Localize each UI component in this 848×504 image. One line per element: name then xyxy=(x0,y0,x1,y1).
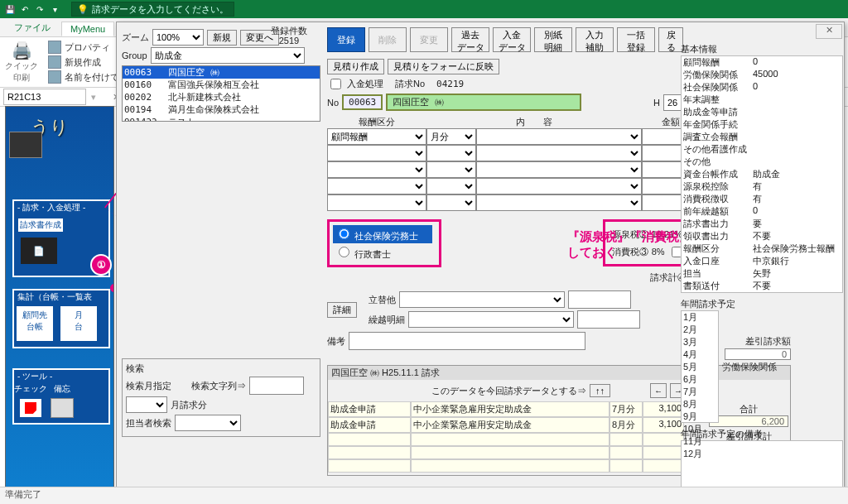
deposit-proc-checkbox[interactable] xyxy=(330,79,341,89)
quick-print-label-2: 印刷 xyxy=(13,72,30,84)
client-list[interactable]: 00063 四国圧空 ㈱ 00160 富国強兵保険相互会社 00202 北斗新建… xyxy=(122,65,320,122)
list-row[interactable]: 00063 四国圧空 ㈱ xyxy=(123,66,320,79)
anno-dot xyxy=(110,284,114,292)
radio-gyosei[interactable]: 行政書士 xyxy=(333,243,432,262)
back-button[interactable]: 戻 る xyxy=(658,27,683,52)
month-item[interactable]: 3月 xyxy=(683,336,716,348)
block-ledger: 集計（台帳・一覧表 顧問先台帳 月台 xyxy=(12,289,110,348)
row0-content-a[interactable]: 月分 xyxy=(426,128,476,145)
search-string-input[interactable] xyxy=(249,377,304,395)
zoom-select[interactable]: 100% xyxy=(152,29,204,46)
invoice-icon[interactable]: 📄 xyxy=(21,238,57,264)
invoice-create-button[interactable]: 請求書作成 xyxy=(17,218,64,233)
staff-search-select[interactable] xyxy=(175,415,241,431)
tile-memo[interactable] xyxy=(51,398,74,418)
month-item[interactable]: 6月 xyxy=(683,373,716,386)
month-item[interactable]: 1月 xyxy=(683,311,716,324)
search-month-select[interactable] xyxy=(126,396,167,413)
history-row-0: 助成金申請中小企業緊急雇用安定助成金7月分3,100 xyxy=(328,401,707,417)
tile-check[interactable] xyxy=(19,398,42,418)
tab-mymenu[interactable]: MyMenu xyxy=(61,22,114,36)
tile-check-label: チェック xyxy=(14,383,47,395)
deposit-proc-label: 入金処理 xyxy=(347,78,383,90)
info-val: 45000 xyxy=(753,69,778,81)
list-row[interactable]: 00194 満月生命保険株式会社 xyxy=(123,103,320,116)
info-val: 不要 xyxy=(753,280,771,292)
tile-month-ledger[interactable]: 月台 xyxy=(60,305,98,342)
no-code: 00063 xyxy=(342,94,383,110)
zoom-label: ズーム xyxy=(122,31,149,44)
dialog-close-button[interactable]: ✕ xyxy=(816,24,842,39)
excel-titlebar: 💾 ↶ ↷ ▾ 💡 請求データを入力してください。 xyxy=(0,0,848,18)
info-key: 前年繰越額 xyxy=(683,205,753,218)
register-button[interactable]: 登録 xyxy=(327,27,365,52)
history-prev-button[interactable]: ← xyxy=(650,383,667,398)
info-key: 資金台帳作成 xyxy=(683,168,753,180)
month-item[interactable]: 7月 xyxy=(683,386,716,398)
carry-amount[interactable] xyxy=(577,310,640,329)
info-val: 0 xyxy=(753,205,758,218)
advance-select[interactable] xyxy=(399,291,565,308)
quick-access-toolbar: 💾 ↶ ↷ ▾ xyxy=(3,2,61,16)
row0-content-b[interactable] xyxy=(476,128,642,145)
new-button[interactable]: 新規 xyxy=(207,30,237,46)
input-support-button[interactable]: 入力 補助 xyxy=(576,27,614,52)
month-item[interactable]: 9月 xyxy=(683,410,716,423)
list-row[interactable]: 991422 テスト xyxy=(123,116,320,122)
lightbulb-icon: 💡 xyxy=(77,2,89,16)
quick-print-group[interactable]: 🖨️ クイック 印刷 xyxy=(5,41,38,84)
month-item[interactable]: 5月 xyxy=(683,361,716,373)
detail-edit-button[interactable]: 詳細 xyxy=(327,302,357,318)
detail-button[interactable]: 別紙 明細 xyxy=(534,27,572,52)
info-key: その他看護作成 xyxy=(683,143,753,156)
history-apply-button[interactable]: ↑↑ xyxy=(590,384,610,397)
namebox-dropdown-icon[interactable]: ▾ xyxy=(91,92,96,103)
row0-kubun[interactable]: 顧問報酬 xyxy=(327,128,426,145)
name-box[interactable] xyxy=(3,89,86,105)
basic-info-header: 基本情報 xyxy=(681,43,843,55)
row1-kubun[interactable] xyxy=(327,145,426,161)
info-val: 不要 xyxy=(753,230,771,242)
redo-icon[interactable]: ↷ xyxy=(33,2,46,16)
info-key: 入金口座 xyxy=(683,255,753,267)
list-row[interactable]: 00202 北斗新建株式会社 xyxy=(123,91,320,103)
past-data-button[interactable]: 過去 データ xyxy=(451,27,489,52)
dropdown-icon[interactable]: ▾ xyxy=(48,2,61,16)
tab-file[interactable]: ファイル xyxy=(5,19,60,36)
tile-client-ledger[interactable]: 顧問先台帳 xyxy=(16,305,54,342)
info-key: 労働保険関係 xyxy=(683,69,753,81)
info-key: 源泉税控除 xyxy=(683,180,753,193)
month-item[interactable]: 4月 xyxy=(683,348,716,361)
history-note: このデータを今回請求データとする⇒ xyxy=(431,385,586,397)
radio-sharoshi[interactable]: 社会保険労務士 xyxy=(333,225,432,243)
quote-to-form-button[interactable]: 見積りをフォームに反映 xyxy=(388,59,499,74)
info-key: 領収書出力 xyxy=(683,230,753,242)
schedule-memo-header: 年間請求予定の備考 xyxy=(681,428,843,440)
change-button: 変更 xyxy=(410,27,448,52)
save-icon[interactable]: 💾 xyxy=(3,2,17,16)
month-item[interactable]: 2月 xyxy=(683,324,716,336)
month-request-label: 月請求分 xyxy=(171,399,207,411)
printer-icon: 🖨️ xyxy=(12,41,32,60)
memo-input[interactable] xyxy=(349,332,585,350)
month-item[interactable]: 8月 xyxy=(683,398,716,410)
carry-label: 繰越明細 xyxy=(369,314,405,326)
month-item[interactable]: 12月 xyxy=(683,448,716,460)
tell-me-prompt[interactable]: 💡 請求データを入力してください。 xyxy=(71,2,234,17)
group-select[interactable]: 助成金 xyxy=(151,47,305,64)
info-val: 矢野 xyxy=(753,267,771,280)
block-tools-header: - ツール - xyxy=(14,370,108,383)
month-list[interactable]: 1月2月3月4月5月6月7月8月9月10月11月12月 xyxy=(681,310,719,423)
reg-count: 登録件数2519 xyxy=(271,26,307,46)
worksheet-sidebar: うり - 請求・入金処理 - 請求書作成 📄 ① 集計（台帳・一覧表 顧問先台帳… xyxy=(5,106,114,497)
advance-amount[interactable] xyxy=(568,290,631,309)
list-row[interactable]: 00160 富国強兵保険相互会社 xyxy=(123,79,320,91)
deposit-data-button[interactable]: 入金 データ xyxy=(493,27,531,52)
undo-icon[interactable]: ↶ xyxy=(18,2,31,16)
new-icon xyxy=(48,55,61,69)
delete-button: 削除 xyxy=(369,27,407,52)
history-row-1: 助成金申請中小企業緊急雇用安定助成金8月分3,100 xyxy=(328,417,707,433)
batch-register-button[interactable]: 一括 登録 xyxy=(617,27,655,52)
quote-create-button[interactable]: 見積り作成 xyxy=(327,59,384,74)
carry-select[interactable] xyxy=(408,311,574,328)
